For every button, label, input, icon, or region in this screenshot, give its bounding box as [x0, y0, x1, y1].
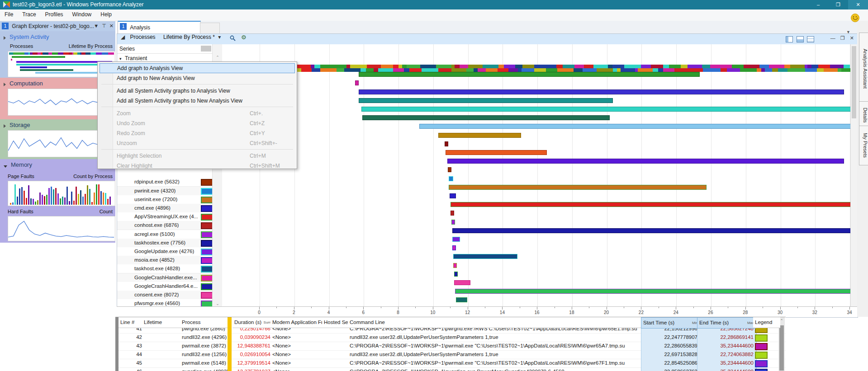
tab-analysis[interactable]: 1 Analysis: [118, 21, 201, 34]
gantt-bar[interactable]: [454, 280, 471, 285]
preset-caret-icon[interactable]: ▾: [218, 34, 221, 40]
series-row[interactable]: AppVStreamingUX.exe (4...: [117, 212, 212, 221]
chart-scroll-thumb[interactable]: [852, 46, 856, 118]
title-bar[interactable]: test02-pb_logon3.etl - Windows Performan…: [0, 0, 868, 9]
gantt-bar[interactable]: [452, 245, 456, 250]
series-row[interactable]: pwrinit.exe (4320): [117, 187, 212, 196]
column-header-hosted[interactable]: Hosted Ser...: [322, 317, 350, 328]
gantt-bar[interactable]: [455, 289, 851, 294]
column-header-lifetime[interactable]: Lifetime: [142, 317, 182, 328]
expander-icon[interactable]: [4, 36, 6, 40]
view-columns-icon[interactable]: [786, 36, 793, 42]
minimize-button[interactable]: –: [808, 0, 828, 9]
menu-file[interactable]: File: [0, 9, 18, 19]
section-title-row[interactable]: Computation: [4, 80, 43, 88]
menu-profiles[interactable]: Profiles: [41, 9, 68, 19]
gantt-bar[interactable]: [419, 124, 851, 129]
maximize-button[interactable]: ❐: [828, 0, 848, 9]
chevron-down-icon[interactable]: ▼: [94, 23, 99, 28]
feedback-smiley-icon[interactable]: [851, 14, 859, 22]
gantt-bar[interactable]: [359, 98, 613, 103]
series-row[interactable]: conhost.exe (6876): [117, 221, 212, 230]
graph-preset-name[interactable]: Lifetime By Process *: [163, 34, 215, 40]
menu-trace[interactable]: Trace: [18, 9, 40, 19]
data-table[interactable]: Line #LifetimeProcessDuration (s)SumMode…: [115, 317, 786, 371]
menu-item-add-graph-to-new-analysis-view[interactable]: Add graph to New Analysis View: [100, 73, 294, 83]
menu-help[interactable]: Help: [96, 9, 116, 19]
gantt-bar[interactable]: [456, 297, 467, 302]
column-header-modern[interactable]: Modern Application Frie...: [270, 317, 324, 328]
gantt-bar[interactable]: [449, 185, 707, 190]
scroll-down-icon[interactable]: ⌄: [213, 301, 223, 306]
section-title-row[interactable]: Storage: [4, 122, 30, 129]
gantt-bar[interactable]: [446, 150, 547, 155]
gantt-bar[interactable]: [438, 133, 521, 138]
tab-stub[interactable]: [200, 23, 220, 34]
table-scroll-thumb[interactable]: [779, 325, 784, 371]
menu-item-zoom[interactable]: ZoomCtrl+.: [100, 108, 294, 118]
gantt-chart[interactable]: [222, 44, 851, 307]
gantt-bar[interactable]: [451, 202, 851, 207]
gantt-bar[interactable]: [453, 263, 457, 268]
column-header-legend[interactable]: Legend: [753, 317, 780, 328]
gantt-bar[interactable]: [445, 141, 448, 146]
section-title-row[interactable]: Memory: [4, 161, 32, 169]
gear-icon[interactable]: ⚙: [241, 34, 247, 41]
column-header-start[interactable]: Start Time (s)Min: [641, 317, 700, 329]
view-chart-icon[interactable]: [797, 36, 804, 42]
pin-icon[interactable]: ⊤: [102, 23, 106, 28]
gantt-bar[interactable]: [452, 237, 460, 242]
graph-explorer-header[interactable]: 1 Graph Explorer - test02-pb_logo... ▼ ⊤…: [0, 21, 115, 32]
graph-minimize-icon[interactable]: —: [830, 35, 835, 41]
panel-menu-chevron-icon[interactable]: ▼: [846, 30, 850, 34]
series-row[interactable]: cmd.exe (4896): [117, 204, 212, 213]
gantt-bar[interactable]: [450, 193, 456, 198]
gantt-bar[interactable]: [454, 272, 458, 277]
column-header-duration[interactable]: Duration (s)Sum: [232, 317, 272, 328]
series-row[interactable]: GoogleUpdate.exe (4276): [117, 247, 212, 256]
series-row[interactable]: taskhostex.exe (7756): [117, 239, 212, 248]
series-row[interactable]: taskhost.exe (4828): [117, 264, 212, 273]
expander-icon[interactable]: [4, 124, 6, 128]
group-expander-icon[interactable]: ▾: [119, 56, 122, 61]
gantt-bar[interactable]: [449, 176, 453, 181]
expander-icon[interactable]: [4, 165, 7, 168]
menu-item-add-all-system-activity-graphs-to-analysis-view[interactable]: Add all System Activity graphs to Analys…: [100, 86, 294, 96]
menu-item-redo-zoom[interactable]: Redo ZoomCtrl+Y: [100, 128, 294, 138]
series-row[interactable]: msoia.exe (4852): [117, 256, 212, 265]
gantt-bar[interactable]: [451, 211, 454, 216]
group-scroll-thumb[interactable]: [201, 46, 211, 52]
gantt-bar[interactable]: [451, 220, 455, 225]
gantt-bar[interactable]: [452, 228, 851, 233]
series-row[interactable]: rdpinput.exe (5632): [117, 178, 212, 187]
menu-item-clear-highlight[interactable]: Clear HighlightCtrl+Shift+M: [100, 161, 294, 171]
series-row[interactable]: GoogleCrashHandler.exe...: [117, 273, 212, 282]
vertical-tab-my-presets[interactable]: My Presets: [859, 126, 868, 165]
search-icon[interactable]: [230, 35, 235, 41]
gantt-bar[interactable]: [362, 115, 610, 120]
gantt-bar[interactable]: [355, 80, 359, 85]
page-faults-thumbnail[interactable]: [8, 181, 115, 206]
series-row[interactable]: acregl.exe (5100): [117, 230, 212, 239]
menu-window[interactable]: Window: [68, 9, 96, 19]
menu-item-undo-zoom[interactable]: Undo ZoomCtrl+Z: [100, 118, 294, 128]
gantt-bar[interactable]: [359, 72, 700, 77]
view-grid-icon[interactable]: [807, 36, 814, 42]
expander-icon[interactable]: [4, 83, 6, 86]
column-header-line[interactable]: Line #: [119, 317, 144, 328]
series-row[interactable]: consent.exe (8072): [117, 291, 212, 300]
column-freeze-bar[interactable]: [228, 317, 232, 371]
series-row[interactable]: userinit.exe (7200): [117, 195, 212, 204]
column-header-process[interactable]: Process: [180, 317, 228, 328]
scroll-up-icon[interactable]: ⌃: [213, 44, 223, 60]
vertical-tab-details[interactable]: Details: [859, 101, 868, 129]
series-row[interactable]: GoogleCrashHandler64.e...: [117, 282, 212, 291]
vertical-tab-analysis-assistant[interactable]: Analysis Assistant: [859, 33, 868, 105]
section-title-row[interactable]: System Activity: [4, 33, 49, 41]
gantt-bar[interactable]: [453, 254, 517, 259]
menu-item-add-graph-to-analysis-view[interactable]: Add graph to Analysis View: [100, 63, 295, 73]
gantt-bar[interactable]: [448, 167, 451, 172]
graph-close-icon[interactable]: ✕: [850, 35, 854, 41]
gantt-bar[interactable]: [447, 159, 844, 164]
gantt-bar[interactable]: [361, 107, 851, 112]
